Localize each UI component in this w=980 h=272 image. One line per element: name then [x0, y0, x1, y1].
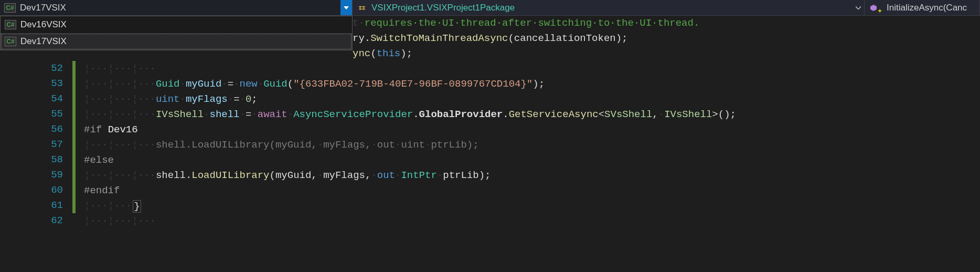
- line-number: 58: [0, 152, 63, 168]
- project-dropdown-item[interactable]: C#Dev17VSIX: [1, 33, 352, 50]
- csharp-project-icon: C#: [4, 3, 16, 13]
- dropdown-item-label: Dev16VSIX: [20, 19, 67, 30]
- project-dropdown-label: Dev17VSIX: [20, 3, 66, 13]
- code-line[interactable]: ¦···¦···¦···: [77, 61, 980, 77]
- change-mark: [72, 198, 76, 213]
- code-line[interactable]: #if Dev16: [77, 122, 980, 138]
- code-line[interactable]: #endif: [77, 183, 980, 198]
- csharp-project-icon: C#: [5, 20, 16, 29]
- type-dropdown-chevron-icon[interactable]: [853, 0, 864, 15]
- project-dropdown-item[interactable]: C#Dev16VSIX: [1, 16, 352, 33]
- change-mark: [72, 107, 76, 122]
- line-number: 62: [0, 213, 63, 228]
- code-line[interactable]: ¦···¦···¦···shell.LoadUILibrary(myGuid,·…: [77, 138, 980, 153]
- line-number: 54: [0, 91, 63, 107]
- project-dropdown[interactable]: C# Dev17VSIX C#Dev16VSIXC#Dev17VSIX: [0, 0, 353, 15]
- code-line[interactable]: ¦···¦···¦···: [77, 214, 980, 229]
- line-number: 59: [0, 168, 63, 183]
- dropdown-item-label: Dev17VSIX: [20, 36, 67, 47]
- csharp-project-icon: C#: [5, 37, 16, 46]
- line-number: 56: [0, 122, 63, 137]
- change-mark: [72, 76, 76, 91]
- line-number: 60: [0, 183, 63, 198]
- line-number: 53: [0, 76, 63, 91]
- line-number: 57: [0, 137, 63, 152]
- navigation-bar: C# Dev17VSIX C#Dev16VSIXC#Dev17VSIX VSIX…: [0, 0, 980, 16]
- code-line[interactable]: #else: [77, 153, 980, 168]
- change-mark: [72, 213, 77, 228]
- code-line[interactable]: ¦···¦···¦···uint·myFlags·=·0;: [77, 92, 980, 107]
- code-editor[interactable]: 5253545556575859606162 t·requires·the·UI…: [0, 16, 980, 272]
- change-mark: [72, 168, 76, 183]
- type-dropdown[interactable]: VSIXProject1.VSIXProject1Package: [353, 0, 865, 15]
- change-mark: [72, 61, 76, 76]
- code-line[interactable]: ¦···¦···}: [77, 198, 980, 214]
- change-mark: [72, 137, 76, 152]
- member-dropdown-label: InitializeAsync(Canc: [887, 3, 967, 13]
- change-mark: [72, 122, 76, 137]
- code-line[interactable]: ¦···¦···¦···shell.LoadUILibrary(myGuid,·…: [77, 168, 980, 183]
- project-dropdown-list: C#Dev16VSIXC#Dev17VSIX: [0, 16, 353, 50]
- line-number-gutter: 5253545556575859606162: [0, 16, 72, 272]
- project-dropdown-chevron-icon[interactable]: [340, 0, 352, 15]
- change-indicator-bar: [72, 16, 77, 272]
- code-line[interactable]: ¦···¦···¦···IVsShell·shell·=·await·Async…: [77, 107, 980, 122]
- line-number: 52: [0, 61, 63, 76]
- change-mark: [72, 152, 76, 168]
- line-number: 61: [0, 198, 63, 213]
- code-line[interactable]: ¦···¦···¦···Guid·myGuid·=·new·Guid("{633…: [77, 77, 980, 92]
- member-dropdown[interactable]: ✦ InitializeAsync(Canc: [865, 0, 980, 15]
- type-dropdown-label: VSIXProject1.VSIXProject1Package: [371, 3, 515, 13]
- line-number: 55: [0, 107, 63, 122]
- change-mark: [72, 183, 76, 198]
- code-area[interactable]: t·requires·the·UI·thread·after·switching…: [77, 16, 980, 272]
- star-decorator-icon: ✦: [877, 7, 882, 15]
- change-mark: [72, 91, 76, 107]
- class-icon: [357, 3, 367, 13]
